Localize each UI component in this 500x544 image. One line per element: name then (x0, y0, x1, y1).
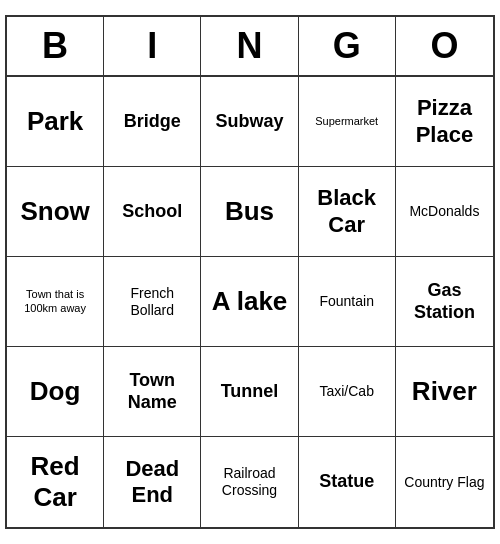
bingo-cell-19: River (396, 347, 493, 437)
bingo-cell-14: Gas Station (396, 257, 493, 347)
cell-text: Pizza Place (400, 95, 489, 148)
cell-text: Statue (319, 471, 374, 493)
bingo-cell-12: A lake (201, 257, 298, 347)
bingo-cell-3: Supermarket (299, 77, 396, 167)
cell-text: Town that is 100km away (11, 288, 99, 314)
header-letter: O (396, 17, 493, 75)
cell-text: Tunnel (221, 381, 279, 403)
bingo-cell-0: Park (7, 77, 104, 167)
cell-text: Town Name (108, 370, 196, 413)
cell-text: Bridge (124, 111, 181, 133)
bingo-cell-13: Fountain (299, 257, 396, 347)
bingo-cell-22: Railroad Crossing (201, 437, 298, 527)
bingo-cell-2: Subway (201, 77, 298, 167)
cell-text: Railroad Crossing (205, 465, 293, 499)
bingo-cell-17: Tunnel (201, 347, 298, 437)
bingo-cell-7: Bus (201, 167, 298, 257)
header-letter: G (299, 17, 396, 75)
cell-text: Fountain (319, 293, 373, 310)
bingo-header: BINGO (7, 17, 493, 77)
cell-text: Park (27, 106, 83, 137)
bingo-cell-11: French Bollard (104, 257, 201, 347)
cell-text: Gas Station (400, 280, 489, 323)
cell-text: Country Flag (404, 474, 484, 491)
bingo-cell-5: Snow (7, 167, 104, 257)
cell-text: A lake (212, 286, 288, 317)
cell-text: Snow (20, 196, 89, 227)
cell-text: River (412, 376, 477, 407)
cell-text: Black Car (303, 185, 391, 238)
bingo-cell-8: Black Car (299, 167, 396, 257)
bingo-cell-23: Statue (299, 437, 396, 527)
bingo-cell-4: Pizza Place (396, 77, 493, 167)
bingo-cell-24: Country Flag (396, 437, 493, 527)
cell-text: Subway (215, 111, 283, 133)
cell-text: French Bollard (108, 285, 196, 319)
bingo-cell-1: Bridge (104, 77, 201, 167)
header-letter: I (104, 17, 201, 75)
header-letter: B (7, 17, 104, 75)
bingo-cell-21: Dead End (104, 437, 201, 527)
bingo-cell-6: School (104, 167, 201, 257)
bingo-cell-9: McDonalds (396, 167, 493, 257)
cell-text: Bus (225, 196, 274, 227)
cell-text: Red Car (11, 451, 99, 513)
cell-text: McDonalds (409, 203, 479, 220)
cell-text: Supermarket (315, 115, 378, 128)
bingo-cell-18: Taxi/Cab (299, 347, 396, 437)
bingo-cell-16: Town Name (104, 347, 201, 437)
bingo-card: BINGO ParkBridgeSubwaySupermarketPizza P… (5, 15, 495, 529)
cell-text: Dead End (108, 456, 196, 509)
cell-text: Dog (30, 376, 81, 407)
bingo-grid: ParkBridgeSubwaySupermarketPizza PlaceSn… (7, 77, 493, 527)
cell-text: Taxi/Cab (319, 383, 373, 400)
cell-text: School (122, 201, 182, 223)
bingo-cell-10: Town that is 100km away (7, 257, 104, 347)
bingo-cell-15: Dog (7, 347, 104, 437)
bingo-cell-20: Red Car (7, 437, 104, 527)
header-letter: N (201, 17, 298, 75)
